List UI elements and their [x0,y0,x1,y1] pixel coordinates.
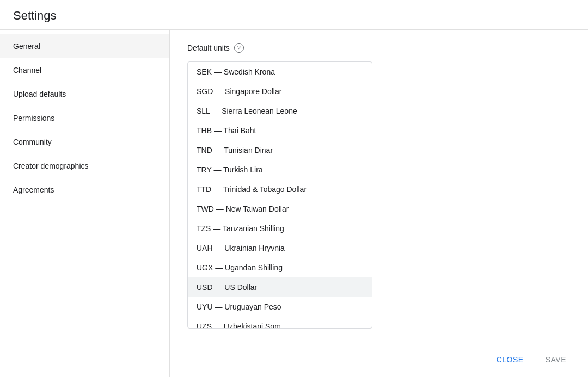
currency-item-uyu[interactable]: UYU — Uruguayan Peso [188,297,372,317]
currency-item-sll[interactable]: SLL — Sierra Leonean Leone [188,101,372,121]
currency-dropdown[interactable]: SEK — Swedish KronaSGD — Singapore Dolla… [187,61,372,329]
sidebar-item-upload-defaults[interactable]: Upload defaults [0,82,169,106]
section-title-text: Default units [187,44,230,52]
currency-item-twd[interactable]: TWD — New Taiwan Dollar [188,199,372,219]
currency-item-try[interactable]: TRY — Turkish Lira [188,160,372,180]
page-title: Settings [13,9,575,23]
sidebar-item-channel[interactable]: Channel [0,58,169,82]
page-header: Settings [0,0,588,30]
currency-item-sek[interactable]: SEK — Swedish Krona [188,62,372,82]
help-icon[interactable]: ? [234,43,244,53]
sidebar-item-community[interactable]: Community [0,130,169,154]
currency-item-uzs[interactable]: UZS — Uzbekistani Som [188,317,372,329]
currency-item-tzs[interactable]: TZS — Tanzanian Shilling [188,219,372,238]
currency-item-ugx[interactable]: UGX — Ugandan Shilling [188,258,372,277]
save-button[interactable]: SAVE [537,351,575,368]
content-body: Default units ? SEK — Swedish KronaSGD —… [170,30,588,342]
currency-item-usd[interactable]: USD — US Dollar [188,277,372,297]
sidebar-item-agreements[interactable]: Agreements [0,178,169,202]
currency-item-tnd[interactable]: TND — Tunisian Dinar [188,140,372,160]
currency-item-thb[interactable]: THB — Thai Baht [188,121,372,140]
sidebar-item-general[interactable]: General [0,34,169,58]
sidebar-item-creator-demographics[interactable]: Creator demographics [0,154,169,178]
main-content: GeneralChannelUpload defaultsPermissions… [0,30,588,377]
footer: CLOSE SAVE [170,342,588,377]
sidebar: GeneralChannelUpload defaultsPermissions… [0,30,170,377]
sidebar-item-permissions[interactable]: Permissions [0,106,169,130]
content-area: Default units ? SEK — Swedish KronaSGD —… [170,30,588,377]
section-title: Default units ? [187,43,571,53]
close-button[interactable]: CLOSE [488,351,532,368]
currency-item-sgd[interactable]: SGD — Singapore Dollar [188,82,372,101]
currency-item-ttd[interactable]: TTD — Trinidad & Tobago Dollar [188,180,372,199]
currency-item-uah[interactable]: UAH — Ukrainian Hryvnia [188,238,372,258]
